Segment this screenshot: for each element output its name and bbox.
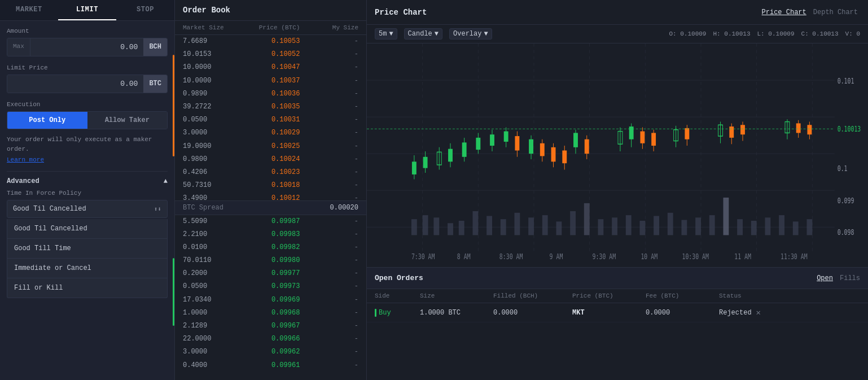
tif-option-fok[interactable]: Fill or Kill: [7, 278, 167, 298]
order-book-title: Order Book: [175, 0, 366, 21]
tab-fills[interactable]: Fills: [840, 274, 860, 282]
ob-bid-mysize: -: [300, 216, 358, 227]
svg-rect-13: [411, 219, 417, 235]
ob-ask-size: 0.9890: [183, 89, 242, 99]
limit-price-label: Limit Price: [7, 64, 168, 71]
tif-option-ioc[interactable]: Immediate or Cancel: [7, 259, 167, 278]
ob-ask-price: 0.10037: [242, 76, 300, 86]
overlay-btn[interactable]: Overlay ▼: [449, 28, 492, 40]
svg-rect-29: [626, 215, 632, 235]
ohlcv-l: L: 0.10009: [757, 30, 795, 37]
ob-bid-row: 5.5090 0.09987 -: [175, 215, 366, 228]
order-fee: 0.0000: [646, 309, 719, 317]
svg-text:0.098: 0.098: [838, 228, 854, 237]
buy-side-indicator: Buy: [375, 309, 420, 317]
svg-rect-20: [501, 219, 506, 235]
ob-bid-price: 0.09987: [242, 216, 300, 227]
post-only-button[interactable]: Post Only: [7, 112, 87, 129]
tab-limit[interactable]: LIMIT: [58, 0, 116, 20]
order-price: MKT: [572, 309, 646, 317]
ob-bid-size: 70.0110: [183, 255, 242, 266]
green-accent-bar: [173, 258, 174, 326]
svg-rect-15: [433, 217, 439, 235]
chart-title: Price Chart: [375, 8, 427, 17]
left-panel: MARKET LIMIT STOP Amount Max 0.00 BCH Li…: [0, 0, 175, 380]
svg-rect-40: [779, 215, 784, 235]
learn-more-link[interactable]: Learn more: [7, 156, 44, 163]
ob-ask-price: 0.10023: [242, 167, 300, 178]
tif-selected-value: Good Til Cancelled: [13, 205, 154, 213]
advanced-chevron-icon: ▲: [164, 177, 168, 185]
tab-depth-chart[interactable]: Depth Chart: [811, 7, 860, 18]
ob-ask-size: 0.0500: [183, 115, 242, 125]
tif-dropdown: Good Til Cancelled Good Till Time Immedi…: [7, 219, 168, 298]
ob-bid-price: 0.09967: [242, 321, 300, 331]
amount-value[interactable]: 0.00: [30, 38, 144, 56]
svg-rect-19: [486, 216, 492, 235]
ob-bid-price: 0.09980: [242, 255, 300, 266]
tab-open[interactable]: Open: [817, 274, 833, 282]
ob-ask-price: 0.10018: [242, 180, 300, 191]
svg-rect-32: [668, 213, 673, 235]
ob-bid-row: 17.0340 0.09969 -: [175, 294, 366, 307]
tif-select[interactable]: Good Til Cancelled ⬆⬇: [7, 200, 168, 218]
tab-market[interactable]: MARKET: [0, 0, 58, 20]
tab-price-chart[interactable]: Price Chart: [760, 7, 809, 18]
ob-bid-row: 22.0000 0.09966 -: [175, 333, 366, 346]
svg-rect-30: [639, 221, 645, 235]
ob-bid-size: 1.0000: [183, 308, 242, 318]
timeframe-btn[interactable]: 5m ▼: [375, 28, 397, 40]
ob-bid-price: 0.09977: [242, 268, 300, 279]
ob-bid-size: 2.1289: [183, 321, 242, 331]
tab-stop[interactable]: STOP: [116, 0, 174, 20]
svg-rect-16: [448, 223, 453, 235]
ob-bid-mysize: -: [300, 308, 358, 318]
ob-ask-price: 0.10012: [242, 193, 300, 200]
svg-rect-74: [515, 136, 519, 150]
ob-ask-size: 50.7310: [183, 180, 242, 191]
allow-taker-button[interactable]: Allow Taker: [87, 112, 168, 129]
ob-ask-price: 0.10053: [242, 36, 300, 47]
col-status: Status: [719, 292, 860, 299]
ob-ask-price: 0.10024: [242, 154, 300, 165]
ob-ask-mysize: -: [300, 115, 358, 125]
ob-ask-price: 0.10029: [242, 128, 300, 138]
chart-area: 0.101 0.10013 0.1 0.099 0.098 7:30 AM 8 …: [367, 43, 868, 267]
ob-bid-size: 0.2000: [183, 268, 242, 279]
svg-text:10 AM: 10 AM: [641, 252, 657, 261]
tif-option-gtc[interactable]: Good Til Cancelled: [7, 219, 167, 239]
tif-chevron-icon: ⬆⬇: [154, 206, 161, 213]
limit-price-value[interactable]: 0.00: [7, 75, 143, 93]
ob-ask-price: 0.10035: [242, 102, 300, 112]
advanced-header[interactable]: Advanced ▲: [7, 171, 168, 190]
ob-bid-mysize: -: [300, 281, 358, 292]
svg-rect-23: [542, 215, 548, 235]
ob-spread: BTC Spread 0.00020: [175, 200, 366, 215]
svg-rect-76: [540, 143, 545, 156]
tif-option-gtt[interactable]: Good Till Time: [7, 239, 167, 259]
execution-label: Execution: [7, 101, 168, 108]
ob-ask-row: 0.9890 0.10036 -: [175, 88, 366, 101]
ohlcv-v: V: 0: [845, 30, 860, 37]
col-price: Price (BTC): [572, 292, 646, 299]
close-order-button[interactable]: ✕: [756, 308, 761, 317]
ob-ask-size: 19.0000: [183, 141, 242, 152]
ob-bid-size: 2.2100: [183, 229, 242, 240]
ob-col-my-size: My Size: [300, 24, 358, 31]
ob-bid-price: 0.09983: [242, 229, 300, 240]
ob-ask-size: 10.0000: [183, 62, 242, 73]
svg-rect-14: [423, 215, 428, 235]
ob-bid-mysize: -: [300, 334, 358, 344]
orange-accent-bar: [173, 55, 174, 156]
chart-svg: 0.101 0.10013 0.1 0.099 0.098 7:30 AM 8 …: [367, 43, 868, 267]
ob-ask-mysize: -: [300, 62, 358, 73]
svg-rect-24: [556, 221, 562, 235]
candle-type-btn[interactable]: Candle ▼: [404, 28, 442, 40]
ob-bid-mysize: -: [300, 229, 358, 240]
svg-rect-92: [740, 125, 745, 134]
ob-bid-mysize: -: [300, 295, 358, 305]
amount-label: Amount: [7, 28, 168, 34]
candle-chevron-icon: ▼: [435, 30, 439, 38]
ohlcv-c: C: 0.10013: [801, 30, 839, 37]
svg-rect-82: [585, 139, 589, 154]
